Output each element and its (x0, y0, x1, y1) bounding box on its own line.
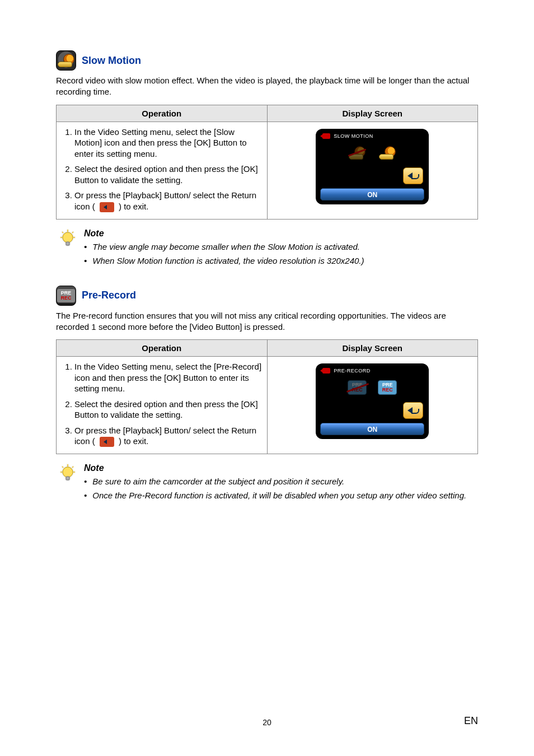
svg-line-5 (62, 232, 63, 233)
operation-cell: In the Video Setting menu, select the [S… (57, 122, 268, 219)
screen-title: SLOW MOTION (334, 133, 373, 139)
option-off-icon (346, 143, 368, 162)
intro-text: The Pre-record function ensures that you… (56, 310, 478, 333)
step-3: Or press the [Playback] Button/ select t… (74, 190, 263, 212)
on-bar: ON (320, 188, 424, 200)
step-2: Select the desired option and then press… (74, 164, 263, 185)
device-screen-slow-motion: SLOW MOTION ON (316, 129, 429, 204)
device-screen-pre-record: PRE-RECORD PREREC PREREC ON (316, 363, 429, 439)
step-3-post: ) to exit. (119, 436, 148, 446)
chip-bot: REC (60, 296, 71, 301)
svg-rect-1 (66, 242, 69, 245)
return-icon (100, 437, 114, 447)
section-header-pre-record: PREREC Pre-Record (56, 286, 478, 306)
camcorder-icon (322, 368, 330, 374)
svg-rect-8 (66, 477, 69, 480)
camcorder-icon (322, 133, 330, 139)
page-number: 20 (0, 718, 534, 727)
col-operation: Operation (57, 105, 268, 122)
return-button-icon (403, 402, 423, 419)
note-item-2: When Slow Motion function is activated, … (92, 255, 364, 267)
step-1: In the Video Setting menu, select the [P… (74, 361, 263, 394)
note-item-2: Once the Pre-Record function is activate… (92, 489, 466, 501)
svg-point-7 (63, 467, 73, 477)
note-title: Note (84, 463, 478, 473)
on-bar: ON (320, 423, 424, 435)
return-icon (100, 202, 114, 212)
step-2: Select the desired option and then press… (74, 399, 263, 421)
svg-point-0 (63, 232, 73, 242)
note-item-1: The view angle may become smaller when t… (92, 241, 360, 253)
svg-line-13 (72, 466, 73, 468)
option-off-icon: PREREC (346, 378, 368, 397)
step-3: Or press the [Playback] Button/ select t… (74, 425, 263, 447)
display-cell: PRE-RECORD PREREC PREREC ON (267, 357, 478, 454)
display-cell: SLOW MOTION ON (267, 122, 478, 219)
operation-cell: In the Video Setting menu, select the [P… (57, 357, 268, 454)
slow-motion-table: Operation Display Screen In the Video Se… (56, 105, 478, 220)
return-button-icon (403, 167, 423, 184)
section-title: Pre-Record (82, 290, 136, 301)
step-3-post: ) to exit. (119, 202, 148, 211)
section-title: Slow Motion (82, 55, 141, 67)
screen-title: PRE-RECORD (334, 368, 371, 374)
note-item-1: Be sure to aim the camcorder at the subj… (92, 475, 344, 487)
lightbulb-icon (59, 230, 78, 251)
svg-line-6 (72, 232, 73, 233)
page-language: EN (464, 715, 478, 727)
svg-line-12 (62, 466, 63, 468)
pre-record-table: Operation Display Screen In the Video Se… (56, 339, 478, 454)
col-display: Display Screen (267, 105, 478, 122)
step-1: In the Video Setting menu, select the [S… (74, 127, 263, 160)
intro-text: Record video with slow motion effect. Wh… (56, 75, 478, 98)
slow-motion-icon (56, 50, 76, 71)
col-display: Display Screen (267, 340, 478, 357)
note-block-pre-record: Note Be sure to aim the camcorder at the… (59, 463, 478, 503)
col-operation: Operation (57, 340, 268, 357)
section-header-slow-motion: Slow Motion (56, 50, 478, 71)
option-on-icon: PREREC (377, 378, 398, 397)
lightbulb-icon (59, 464, 78, 486)
note-title: Note (84, 228, 478, 239)
note-block-slow-motion: Note The view angle may become smaller w… (59, 228, 478, 269)
pre-record-icon: PREREC (56, 286, 76, 306)
option-on-icon (377, 143, 398, 162)
